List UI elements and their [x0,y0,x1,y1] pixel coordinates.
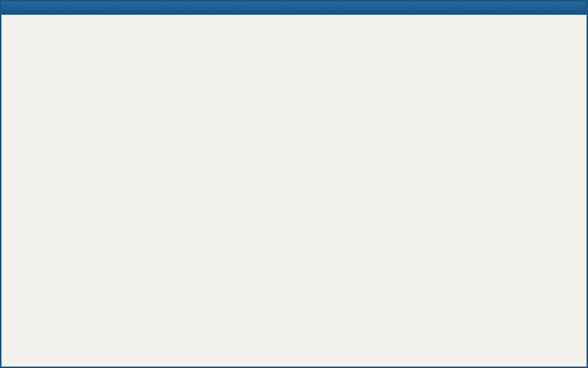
temperature-chart [1,1,587,367]
chart-window [0,0,588,368]
